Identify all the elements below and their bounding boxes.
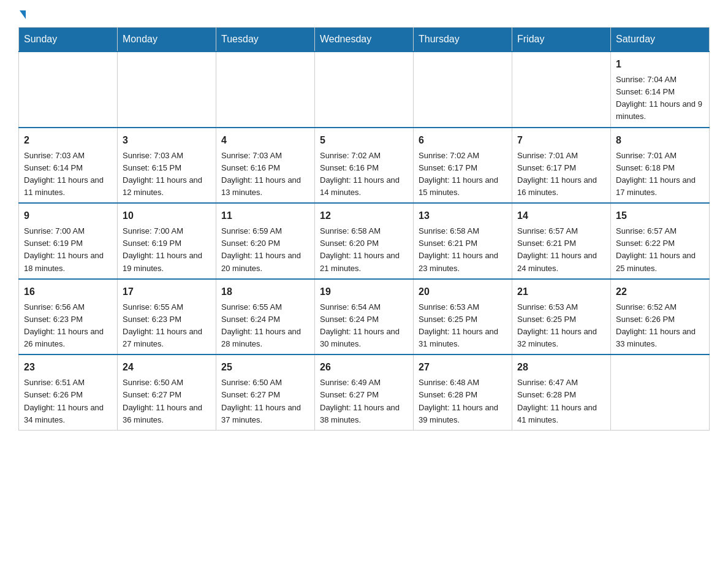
calendar-cell: 13Sunrise: 6:58 AM Sunset: 6:21 PM Dayli… — [414, 203, 512, 279]
calendar-header-row: SundayMondayTuesdayWednesdayThursdayFrid… — [19, 28, 710, 52]
logo-arrow-icon — [20, 10, 26, 19]
header-friday: Friday — [512, 28, 611, 52]
calendar-cell — [611, 354, 710, 430]
day-info: Sunrise: 6:57 AM Sunset: 6:21 PM Dayligh… — [517, 225, 605, 275]
day-info: Sunrise: 7:02 AM Sunset: 6:17 PM Dayligh… — [419, 150, 507, 199]
calendar-cell: 16Sunrise: 6:56 AM Sunset: 6:23 PM Dayli… — [19, 279, 118, 355]
day-info: Sunrise: 7:04 AM Sunset: 6:14 PM Dayligh… — [616, 74, 704, 123]
day-number: 24 — [123, 360, 211, 375]
header-thursday: Thursday — [414, 28, 512, 52]
day-number: 15 — [616, 209, 704, 223]
calendar-cell: 7Sunrise: 7:01 AM Sunset: 6:17 PM Daylig… — [512, 128, 611, 204]
calendar-cell: 1Sunrise: 7:04 AM Sunset: 6:14 PM Daylig… — [611, 52, 710, 128]
day-number: 5 — [320, 133, 408, 148]
day-info: Sunrise: 6:59 AM Sunset: 6:20 PM Dayligh… — [221, 225, 309, 275]
day-number: 17 — [123, 285, 211, 299]
calendar-cell: 24Sunrise: 6:50 AM Sunset: 6:27 PM Dayli… — [118, 354, 216, 430]
day-info: Sunrise: 6:53 AM Sunset: 6:25 PM Dayligh… — [517, 301, 605, 351]
day-info: Sunrise: 7:00 AM Sunset: 6:19 PM Dayligh… — [24, 225, 112, 275]
day-number: 10 — [123, 209, 211, 223]
day-info: Sunrise: 6:50 AM Sunset: 6:27 PM Dayligh… — [221, 377, 309, 426]
calendar-cell — [19, 52, 118, 128]
calendar-cell — [118, 52, 216, 128]
day-info: Sunrise: 6:48 AM Sunset: 6:28 PM Dayligh… — [419, 377, 507, 426]
day-info: Sunrise: 6:56 AM Sunset: 6:23 PM Dayligh… — [24, 301, 112, 351]
day-number: 3 — [123, 133, 211, 148]
calendar-cell: 14Sunrise: 6:57 AM Sunset: 6:21 PM Dayli… — [512, 203, 611, 279]
day-info: Sunrise: 6:55 AM Sunset: 6:23 PM Dayligh… — [123, 301, 211, 351]
day-number: 20 — [419, 285, 507, 299]
calendar-cell: 25Sunrise: 6:50 AM Sunset: 6:27 PM Dayli… — [216, 354, 315, 430]
calendar-cell: 8Sunrise: 7:01 AM Sunset: 6:18 PM Daylig… — [611, 128, 710, 204]
calendar-table: SundayMondayTuesdayWednesdayThursdayFrid… — [18, 27, 710, 431]
calendar-cell: 18Sunrise: 6:55 AM Sunset: 6:24 PM Dayli… — [216, 279, 315, 355]
day-number: 4 — [221, 133, 309, 148]
calendar-cell: 2Sunrise: 7:03 AM Sunset: 6:14 PM Daylig… — [19, 128, 118, 204]
day-info: Sunrise: 6:51 AM Sunset: 6:26 PM Dayligh… — [24, 377, 112, 426]
day-number: 13 — [419, 209, 507, 223]
calendar-cell: 23Sunrise: 6:51 AM Sunset: 6:26 PM Dayli… — [19, 354, 118, 430]
calendar-week-row: 2Sunrise: 7:03 AM Sunset: 6:14 PM Daylig… — [19, 128, 710, 204]
day-number: 14 — [517, 209, 605, 223]
calendar-cell: 4Sunrise: 7:03 AM Sunset: 6:16 PM Daylig… — [216, 128, 315, 204]
day-info: Sunrise: 6:58 AM Sunset: 6:21 PM Dayligh… — [419, 225, 507, 275]
day-info: Sunrise: 6:52 AM Sunset: 6:26 PM Dayligh… — [616, 301, 704, 351]
calendar-cell: 17Sunrise: 6:55 AM Sunset: 6:23 PM Dayli… — [118, 279, 216, 355]
day-number: 11 — [221, 209, 309, 223]
calendar-cell — [414, 52, 512, 128]
calendar-cell: 28Sunrise: 6:47 AM Sunset: 6:28 PM Dayli… — [512, 354, 611, 430]
day-number: 27 — [419, 360, 507, 375]
calendar-cell: 19Sunrise: 6:54 AM Sunset: 6:24 PM Dayli… — [315, 279, 414, 355]
calendar-cell: 10Sunrise: 7:00 AM Sunset: 6:19 PM Dayli… — [118, 203, 216, 279]
day-info: Sunrise: 7:03 AM Sunset: 6:16 PM Dayligh… — [221, 150, 309, 199]
day-number: 9 — [24, 209, 112, 223]
day-info: Sunrise: 7:01 AM Sunset: 6:17 PM Dayligh… — [517, 150, 605, 199]
calendar-cell — [512, 52, 611, 128]
day-number: 2 — [24, 133, 112, 148]
day-info: Sunrise: 7:01 AM Sunset: 6:18 PM Dayligh… — [616, 150, 704, 199]
calendar-week-row: 16Sunrise: 6:56 AM Sunset: 6:23 PM Dayli… — [19, 279, 710, 355]
day-info: Sunrise: 6:54 AM Sunset: 6:24 PM Dayligh… — [320, 301, 408, 351]
day-number: 1 — [616, 57, 704, 72]
day-info: Sunrise: 7:00 AM Sunset: 6:19 PM Dayligh… — [123, 225, 211, 275]
day-info: Sunrise: 7:03 AM Sunset: 6:15 PM Dayligh… — [123, 150, 211, 199]
page-header — [18, 12, 710, 21]
calendar-cell: 22Sunrise: 6:52 AM Sunset: 6:26 PM Dayli… — [611, 279, 710, 355]
day-info: Sunrise: 7:02 AM Sunset: 6:16 PM Dayligh… — [320, 150, 408, 199]
calendar-cell: 3Sunrise: 7:03 AM Sunset: 6:15 PM Daylig… — [118, 128, 216, 204]
calendar-cell: 21Sunrise: 6:53 AM Sunset: 6:25 PM Dayli… — [512, 279, 611, 355]
calendar-cell: 20Sunrise: 6:53 AM Sunset: 6:25 PM Dayli… — [414, 279, 512, 355]
calendar-week-row: 23Sunrise: 6:51 AM Sunset: 6:26 PM Dayli… — [19, 354, 710, 430]
day-info: Sunrise: 7:03 AM Sunset: 6:14 PM Dayligh… — [24, 150, 112, 199]
calendar-cell: 5Sunrise: 7:02 AM Sunset: 6:16 PM Daylig… — [315, 128, 414, 204]
header-monday: Monday — [118, 28, 216, 52]
calendar-cell: 15Sunrise: 6:57 AM Sunset: 6:22 PM Dayli… — [611, 203, 710, 279]
calendar-cell: 6Sunrise: 7:02 AM Sunset: 6:17 PM Daylig… — [414, 128, 512, 204]
logo — [18, 12, 26, 21]
day-info: Sunrise: 6:53 AM Sunset: 6:25 PM Dayligh… — [419, 301, 507, 351]
header-sunday: Sunday — [19, 28, 118, 52]
calendar-week-row: 9Sunrise: 7:00 AM Sunset: 6:19 PM Daylig… — [19, 203, 710, 279]
calendar-cell — [315, 52, 414, 128]
day-number: 19 — [320, 285, 408, 299]
header-saturday: Saturday — [611, 28, 710, 52]
day-info: Sunrise: 6:58 AM Sunset: 6:20 PM Dayligh… — [320, 225, 408, 275]
day-number: 12 — [320, 209, 408, 223]
day-info: Sunrise: 6:55 AM Sunset: 6:24 PM Dayligh… — [221, 301, 309, 351]
day-number: 26 — [320, 360, 408, 375]
day-number: 6 — [419, 133, 507, 148]
calendar-cell — [216, 52, 315, 128]
day-number: 18 — [221, 285, 309, 299]
calendar-cell: 11Sunrise: 6:59 AM Sunset: 6:20 PM Dayli… — [216, 203, 315, 279]
day-info: Sunrise: 6:50 AM Sunset: 6:27 PM Dayligh… — [123, 377, 211, 426]
day-number: 23 — [24, 360, 112, 375]
calendar-cell: 12Sunrise: 6:58 AM Sunset: 6:20 PM Dayli… — [315, 203, 414, 279]
day-info: Sunrise: 6:49 AM Sunset: 6:27 PM Dayligh… — [320, 377, 408, 426]
day-info: Sunrise: 6:47 AM Sunset: 6:28 PM Dayligh… — [517, 377, 605, 426]
day-number: 25 — [221, 360, 309, 375]
day-number: 16 — [24, 285, 112, 299]
day-number: 7 — [517, 133, 605, 148]
day-number: 28 — [517, 360, 605, 375]
day-number: 22 — [616, 285, 704, 299]
calendar-cell: 27Sunrise: 6:48 AM Sunset: 6:28 PM Dayli… — [414, 354, 512, 430]
